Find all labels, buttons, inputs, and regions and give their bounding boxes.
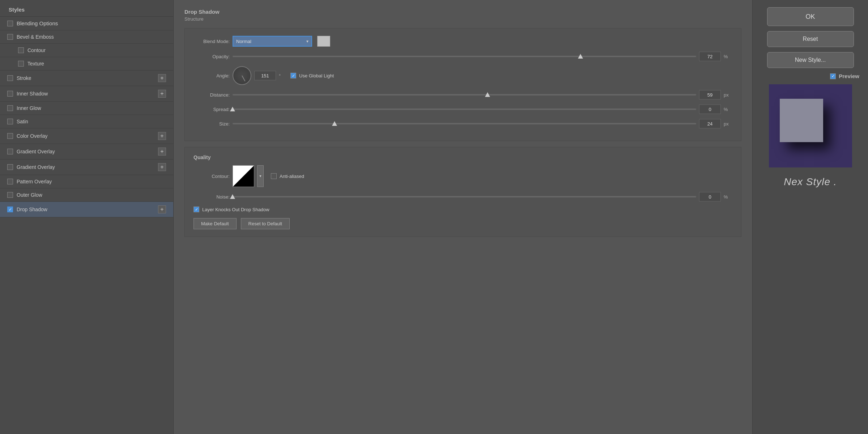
structure-subtitle: Structure: [184, 16, 741, 22]
angle-dial[interactable]: [233, 66, 251, 85]
label-bevel-emboss: Bevel & Emboss: [17, 34, 54, 40]
ok-button[interactable]: OK: [767, 7, 854, 26]
contour-label: Contour:: [193, 174, 230, 179]
left-panel: Styles Blending OptionsBevel & EmbossCon…: [0, 0, 174, 434]
layer-item-satin[interactable]: Satin: [0, 115, 173, 128]
noise-slider[interactable]: [233, 194, 696, 200]
layer-knocks-label: Layer Knocks Out Drop Shadow: [202, 207, 269, 212]
contour-row: Contour: ▼ Anti-aliased: [193, 165, 732, 187]
noise-unit: %: [724, 194, 732, 200]
preview-row: Preview: [830, 73, 859, 79]
plus-btn-gradient-overlay-1[interactable]: +: [158, 148, 166, 156]
drop-shadow-title: Drop Shadow: [184, 9, 741, 15]
label-blending-options: Blending Options: [17, 20, 58, 26]
label-contour: Contour: [27, 47, 46, 53]
checkbox-color-overlay: [7, 133, 13, 139]
label-outer-glow: Outer Glow: [17, 192, 42, 198]
distance-row: Distance: px: [193, 90, 732, 99]
size-unit: px: [724, 121, 732, 127]
preview-checkbox-box[interactable]: [830, 73, 836, 79]
label-satin: Satin: [17, 119, 28, 124]
angle-input[interactable]: [254, 71, 276, 80]
blend-mode-select[interactable]: Normal Multiply Screen Overlay Darken Li…: [233, 36, 312, 47]
size-input[interactable]: [699, 119, 721, 128]
make-default-button[interactable]: Make Default: [193, 218, 237, 229]
quality-section: Quality Contour: ▼ Anti-aliased Noise:: [184, 147, 741, 237]
checkbox-bevel-emboss: [7, 34, 13, 40]
contour-dropdown-btn[interactable]: ▼: [257, 165, 264, 187]
checkbox-drop-shadow: [7, 207, 13, 212]
label-inner-glow: Inner Glow: [17, 105, 41, 111]
opacity-slider[interactable]: [233, 54, 696, 59]
preview-canvas: [769, 84, 852, 167]
right-panel: OK Reset New Style... Preview Nex Style …: [752, 0, 868, 434]
plus-btn-stroke[interactable]: +: [158, 74, 166, 82]
distance-slider[interactable]: [233, 92, 696, 98]
anti-aliased-checkbox[interactable]: Anti-aliased: [271, 173, 304, 179]
spread-slider[interactable]: [233, 106, 696, 112]
layer-item-gradient-overlay-1[interactable]: Gradient Overlay+: [0, 144, 173, 159]
layer-item-drop-shadow[interactable]: Drop Shadow+: [0, 202, 173, 217]
anti-aliased-checkbox-box: [271, 173, 277, 179]
opacity-input[interactable]: [699, 52, 721, 61]
layer-item-bevel-emboss[interactable]: Bevel & Emboss: [0, 30, 173, 44]
opacity-track: [233, 56, 696, 57]
noise-row: Noise: %: [193, 192, 732, 201]
checkbox-satin: [7, 119, 13, 124]
layer-knocks-row: Layer Knocks Out Drop Shadow: [193, 207, 732, 212]
preview-label: Preview: [839, 73, 859, 79]
plus-btn-color-overlay[interactable]: +: [158, 132, 166, 140]
opacity-label: Opacity:: [193, 54, 230, 59]
checkbox-inner-glow: [7, 105, 13, 111]
distance-unit: px: [724, 92, 732, 98]
global-light-checkbox[interactable]: Use Global Light: [290, 73, 334, 78]
size-slider[interactable]: [233, 121, 696, 127]
global-light-checkbox-box: [290, 73, 296, 78]
reset-to-default-button[interactable]: Reset to Default: [241, 218, 290, 229]
noise-label: Noise:: [193, 194, 230, 200]
layer-item-gradient-overlay-2[interactable]: Gradient Overlay+: [0, 159, 173, 175]
contour-preview[interactable]: [233, 165, 254, 187]
layer-item-pattern-overlay[interactable]: Pattern Overlay: [0, 175, 173, 188]
distance-track: [233, 94, 696, 95]
spread-thumb: [230, 107, 235, 111]
angle-row: Angle: ° Use Global Light: [193, 66, 732, 85]
layer-item-stroke[interactable]: Stroke+: [0, 71, 173, 86]
layer-item-inner-shadow[interactable]: Inner Shadow+: [0, 86, 173, 102]
plus-btn-drop-shadow[interactable]: +: [158, 205, 166, 213]
spread-label: Spread:: [193, 107, 230, 112]
label-texture: Texture: [27, 61, 44, 67]
new-style-button[interactable]: New Style...: [767, 52, 854, 68]
blend-mode-wrapper: Normal Multiply Screen Overlay Darken Li…: [233, 36, 312, 47]
angle-label: Angle:: [193, 73, 230, 78]
layer-knocks-checkbox[interactable]: Layer Knocks Out Drop Shadow: [193, 207, 269, 212]
checkbox-pattern-overlay: [7, 179, 13, 184]
opacity-unit: %: [724, 54, 732, 59]
main-panel: Drop Shadow Structure Blend Mode: Normal…: [174, 0, 752, 434]
bottom-buttons: Make Default Reset to Default: [193, 218, 732, 229]
distance-thumb: [485, 92, 490, 97]
reset-button[interactable]: Reset: [767, 31, 854, 47]
layer-item-contour[interactable]: Contour: [0, 44, 173, 57]
layer-item-color-overlay[interactable]: Color Overlay+: [0, 128, 173, 144]
size-thumb: [332, 121, 337, 126]
blend-mode-row: Blend Mode: Normal Multiply Screen Overl…: [193, 36, 732, 47]
blend-color-swatch[interactable]: [317, 36, 330, 47]
distance-label: Distance:: [193, 92, 230, 98]
global-light-label: Use Global Light: [299, 73, 334, 78]
spread-unit: %: [724, 107, 732, 112]
plus-btn-gradient-overlay-2[interactable]: +: [158, 163, 166, 171]
spread-input[interactable]: [699, 105, 721, 114]
label-gradient-overlay-2: Gradient Overlay: [17, 164, 55, 170]
layer-item-inner-glow[interactable]: Inner Glow: [0, 102, 173, 115]
plus-btn-inner-shadow[interactable]: +: [158, 90, 166, 98]
layer-item-blending-options[interactable]: Blending Options: [0, 17, 173, 30]
layer-item-outer-glow[interactable]: Outer Glow: [0, 188, 173, 202]
label-color-overlay: Color Overlay: [17, 133, 48, 139]
noise-thumb: [230, 194, 235, 199]
noise-input[interactable]: [699, 192, 721, 201]
checkbox-blending-options: [7, 21, 13, 26]
distance-input[interactable]: [699, 90, 721, 99]
layer-item-texture[interactable]: Texture: [0, 57, 173, 71]
label-pattern-overlay: Pattern Overlay: [17, 179, 52, 184]
